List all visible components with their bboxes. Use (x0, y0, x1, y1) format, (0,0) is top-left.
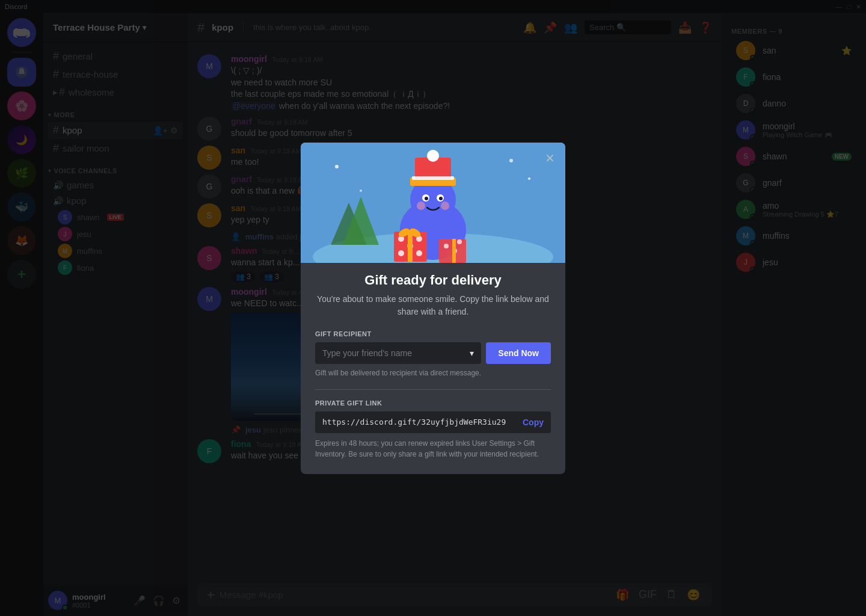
modal-body: Gift ready for delivery You're about to … (301, 263, 565, 474)
private-link-section-label: PRIVATE GIFT LINK (315, 399, 551, 407)
svg-point-30 (407, 230, 413, 236)
recipient-placeholder: Type your friend's name (322, 348, 412, 358)
gift-recipient-row: Type your friend's name ▾ Send Now (315, 342, 551, 364)
modal-divider (315, 389, 551, 390)
svg-point-25 (398, 250, 404, 256)
chevron-down-icon: ▾ (470, 348, 474, 358)
svg-point-14 (427, 150, 439, 162)
svg-point-20 (441, 202, 449, 210)
svg-rect-13 (412, 176, 454, 180)
recipient-input[interactable]: Type your friend's name ▾ (315, 342, 481, 364)
send-now-button[interactable]: Send Now (486, 342, 551, 364)
gift-link-row: https://discord.gift/32uyfjbjdWeFR3iu29 … (315, 411, 551, 433)
svg-point-18 (439, 197, 443, 200)
svg-rect-35 (452, 239, 456, 263)
svg-point-19 (417, 202, 425, 210)
recipient-section-label: GIFT RECIPIENT (315, 330, 551, 337)
svg-point-4 (528, 177, 530, 180)
modal-close-button[interactable]: ✕ (541, 150, 558, 167)
copy-link-button[interactable]: Copy (523, 417, 544, 427)
svg-point-6 (509, 159, 513, 162)
modal-subtitle: You're about to make someone smile. Copy… (315, 293, 551, 318)
svg-point-5 (360, 189, 362, 192)
svg-point-26 (416, 250, 422, 256)
gift-delivery-note: Gift will be delivered to recipient via … (315, 369, 551, 377)
modal-image: ✕ (301, 143, 565, 263)
svg-point-32 (444, 244, 449, 248)
svg-point-34 (457, 239, 462, 244)
gift-expire-note: Expires in 48 hours; you can renew expir… (315, 438, 551, 460)
svg-point-17 (425, 197, 428, 200)
modal-title: Gift ready for delivery (315, 273, 551, 288)
gift-link-text: https://discord.gift/32uyfjbjdWeFR3iu29 (322, 417, 523, 427)
modal-overlay[interactable]: ✕ Gift ready for delivery You're about t… (0, 0, 866, 616)
svg-rect-27 (408, 232, 413, 262)
gift-modal: ✕ Gift ready for delivery You're about t… (301, 143, 565, 474)
svg-point-3 (335, 165, 339, 168)
